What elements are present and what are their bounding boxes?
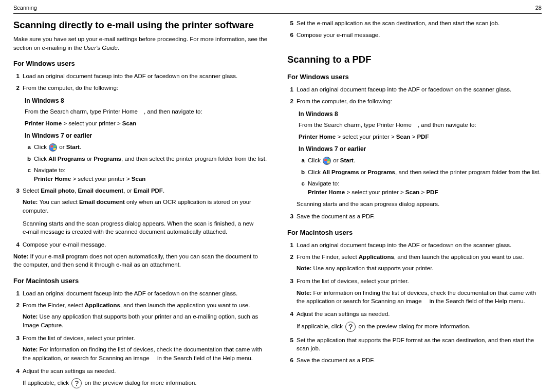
- applicable-note: If applicable, click ? on the preview di…: [297, 322, 542, 332]
- substep: c Navigate to: Printer Home > select you…: [299, 179, 542, 196]
- substep: a Click or Start.: [299, 156, 542, 165]
- win8-path: Printer Home > select your printer > Sca…: [25, 119, 268, 128]
- heading-mac: For Macintosh users: [287, 228, 542, 238]
- windows-start-icon: [323, 157, 331, 165]
- list-item: 6 Save the document as a PDF.: [287, 356, 542, 365]
- win8-path: Printer Home > select your printer > Sca…: [299, 133, 542, 141]
- after-note: Scanning starts and the scan progress di…: [23, 219, 268, 236]
- heading-win8: In Windows 8: [25, 97, 268, 105]
- heading-mac: For Macintosh users: [13, 276, 268, 286]
- substep: a Click or Start.: [25, 143, 268, 152]
- note: Note: For information on finding the lis…: [297, 289, 542, 306]
- note: Note: Use any application that supports …: [23, 312, 268, 329]
- intro-paragraph: Make sure you have set up your e‑mail se…: [13, 35, 268, 52]
- list-item: 5 Set the application that supports the …: [287, 336, 542, 353]
- list-item: 4 Compose your e‑mail message.: [13, 240, 268, 249]
- help-icon: ?: [345, 322, 356, 332]
- list-item: 2 From the computer, do the following:: [287, 97, 542, 106]
- note: Note: You can select Email document only…: [23, 198, 268, 215]
- list-item: 3 From the list of devices, select your …: [287, 277, 542, 286]
- heading-windows: For Windows users: [287, 72, 542, 82]
- heading-windows: For Windows users: [13, 59, 268, 69]
- note: Note: For information on finding the lis…: [23, 345, 268, 362]
- page-header: Scanning 28: [13, 0, 542, 14]
- note: Note: If your e-mail program does not op…: [13, 252, 268, 269]
- list-item: 1 Load an original document faceup into …: [287, 85, 542, 94]
- list-item: 2 From the computer, do the following:: [13, 84, 268, 92]
- windows-start-icon: [49, 143, 57, 152]
- help-icon: ?: [71, 378, 82, 388]
- substep: c Navigate to: Printer Home > select you…: [25, 166, 268, 183]
- list-item: 1 Load an original document faceup into …: [13, 289, 268, 298]
- substep: b Click All Programs or Programs, and th…: [299, 168, 542, 177]
- applicable-note: If applicable, click ? on the preview di…: [23, 378, 268, 388]
- list-item: 3 Select Email photo, Email document, or…: [13, 186, 268, 195]
- heading-win7: In Windows 7 or earlier: [299, 145, 542, 154]
- heading-win7: In Windows 7 or earlier: [25, 132, 268, 140]
- win8-line1: From the Search charm, type Printer Home…: [299, 121, 542, 129]
- note: Note: Use any application that supports …: [297, 264, 542, 273]
- list-item: 5 Set the e‑mail application as the scan…: [287, 19, 542, 28]
- list-item: 1 Load an original document faceup into …: [287, 241, 542, 250]
- right-column: 5 Set the e‑mail application as the scan…: [287, 19, 542, 392]
- left-column: Scanning directly to e‑mail using the pr…: [13, 19, 268, 392]
- list-item: 3 Save the document as a PDF.: [287, 212, 542, 221]
- header-left: Scanning: [13, 4, 37, 12]
- substep: b Click All Programs or Programs, and th…: [25, 155, 268, 163]
- heading-win8: In Windows 8: [299, 110, 542, 119]
- win8-line1: From the Search charm, type Printer Home…: [25, 107, 268, 116]
- content-columns: Scanning directly to e‑mail using the pr…: [13, 19, 542, 392]
- list-item: 3 From the list of devices, select your …: [13, 334, 268, 343]
- list-item: 2 From the Finder, select Applications, …: [13, 301, 268, 310]
- list-item: 2 From the Finder, select Applications, …: [287, 253, 542, 262]
- after-note: Scanning starts and the scan progress di…: [297, 200, 542, 209]
- header-page-number: 28: [535, 4, 542, 12]
- section-title-email: Scanning directly to e‑mail using the pr…: [13, 19, 268, 31]
- section-title-pdf: Scanning to a PDF: [287, 53, 542, 65]
- list-item: 1 Load an original document faceup into …: [13, 72, 268, 81]
- list-item: 4 Adjust the scan settings as needed.: [287, 310, 542, 319]
- list-item: 6 Compose your e‑mail message.: [287, 31, 542, 40]
- list-item: 4 Adjust the scan settings as needed.: [13, 367, 268, 376]
